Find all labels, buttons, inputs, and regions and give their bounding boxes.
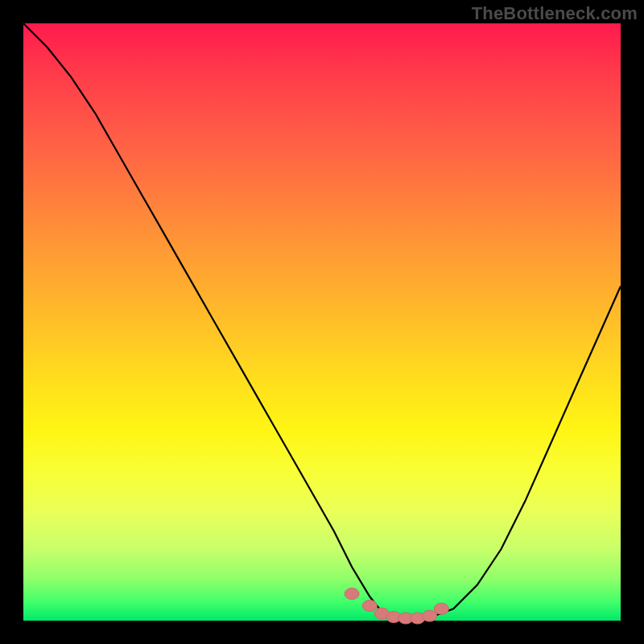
trough-markers	[345, 588, 448, 624]
trough-marker	[345, 588, 359, 600]
curve-svg	[23, 23, 621, 621]
bottleneck-curve	[23, 23, 621, 620]
trough-marker	[423, 610, 437, 621]
plot-area	[23, 23, 621, 621]
chart-frame: TheBottleneck.com	[0, 0, 644, 644]
watermark-text: TheBottleneck.com	[472, 3, 638, 24]
trough-marker	[434, 603, 448, 614]
trough-marker	[362, 601, 377, 612]
